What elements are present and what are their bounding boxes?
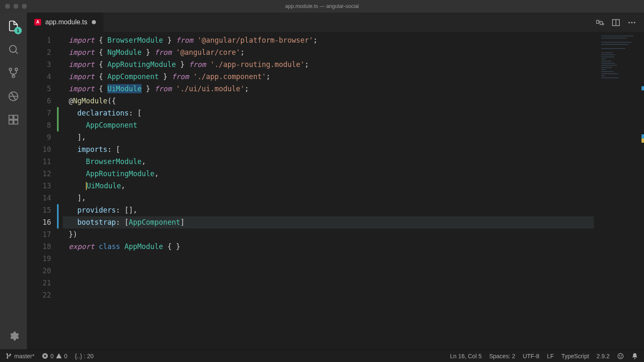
code-line[interactable]: import { AppRoutingModule } from './app-… (69, 59, 594, 71)
svg-rect-5 (9, 116, 13, 119)
line-number: 22 (27, 289, 63, 301)
status-bar: master* 0 0 {..} : 20 Ln 16, Col 5 Space… (0, 349, 644, 362)
more-actions-icon[interactable] (627, 18, 636, 26)
line-number: 18 (27, 241, 63, 253)
settings-gear-icon[interactable] (8, 330, 19, 342)
explorer-icon[interactable]: 1 (8, 20, 19, 32)
tab-bar: A app.module.ts (27, 13, 644, 32)
svg-point-12 (628, 22, 630, 23)
svg-point-17 (619, 355, 620, 355)
editor-actions (595, 13, 644, 32)
code-line[interactable]: imports: [ (69, 144, 594, 156)
activity-bar: 1 (0, 13, 27, 349)
gutter-change-marker (57, 107, 59, 131)
svg-rect-8 (14, 120, 18, 124)
code-line[interactable]: bootstrap: [AppComponent] (69, 216, 594, 228)
code-line[interactable]: ], (69, 131, 594, 144)
tab-dirty-indicator-icon (92, 20, 96, 24)
code-line[interactable]: import { AppComponent } from './app.comp… (69, 71, 594, 83)
code-line[interactable]: UiModule, (69, 180, 594, 192)
line-gutter: 12345678910111213141516171819202122 (27, 34, 63, 301)
eol[interactable]: LF (547, 353, 553, 359)
titlebar: app.module.ts — angular-social (0, 0, 644, 13)
line-number: 19 (27, 253, 63, 265)
svg-point-18 (621, 355, 622, 355)
svg-point-14 (634, 22, 636, 23)
line-number: 14 (27, 192, 63, 204)
indentation[interactable]: Spaces: 2 (489, 353, 515, 359)
code-line[interactable]: ], (69, 192, 594, 204)
feedback-icon[interactable] (617, 353, 624, 359)
editor[interactable]: 12345678910111213141516171819202122 impo… (27, 32, 644, 349)
minimize-window-icon[interactable] (13, 4, 18, 9)
line-number: 5 (27, 83, 63, 95)
code-line[interactable]: AppComponent (69, 119, 594, 131)
svg-point-3 (12, 75, 15, 77)
source-control-icon[interactable] (8, 67, 19, 79)
line-number: 13 (27, 180, 63, 192)
code-line[interactable]: AppRoutingModule, (69, 168, 594, 180)
svg-rect-10 (600, 21, 603, 24)
code-line[interactable]: @NgModule({ (69, 95, 594, 107)
warning-count: 0 (64, 353, 67, 359)
code-line[interactable]: import { UiModule } from './ui/ui.module… (69, 83, 594, 95)
code-line[interactable]: export class AppModule { } (69, 241, 594, 253)
line-number: 10 (27, 144, 63, 156)
tab-app-module[interactable]: A app.module.ts (27, 13, 103, 32)
svg-point-13 (631, 22, 633, 23)
error-count: 0 (50, 353, 54, 359)
svg-point-0 (10, 46, 16, 52)
line-number: 11 (27, 156, 63, 168)
problems[interactable]: 0 0 (42, 353, 67, 359)
bracket-info[interactable]: {..} : 20 (75, 353, 93, 359)
ts-version[interactable]: 2.9.2 (597, 353, 610, 359)
line-number: 9 (27, 131, 63, 144)
window-title: app.module.ts — angular-social (285, 3, 359, 9)
tab-filename: app.module.ts (45, 18, 88, 26)
code-line[interactable]: providers: [], (69, 204, 594, 216)
code-line[interactable]: import { BrowserModule } from '@angular/… (69, 34, 594, 46)
code-line[interactable]: }) (69, 228, 594, 241)
debug-icon[interactable] (8, 90, 19, 102)
encoding[interactable]: UTF-8 (523, 353, 540, 359)
line-number: 20 (27, 265, 63, 277)
svg-point-1 (9, 68, 12, 71)
gutter-change-marker (57, 204, 59, 228)
compare-changes-icon[interactable] (595, 18, 604, 26)
svg-point-2 (15, 68, 18, 71)
extensions-icon[interactable] (8, 114, 19, 126)
line-number: 17 (27, 228, 63, 241)
minimap[interactable] (598, 32, 644, 349)
branch-name: master* (14, 353, 34, 359)
line-number: 2 (27, 46, 63, 59)
svg-rect-7 (9, 120, 13, 124)
search-icon[interactable] (8, 44, 19, 55)
cursor-position[interactable]: Ln 16, Col 5 (450, 353, 482, 359)
line-number: 12 (27, 168, 63, 180)
maximize-window-icon[interactable] (22, 4, 27, 9)
line-number: 6 (27, 95, 63, 107)
line-number: 3 (27, 59, 63, 71)
git-branch[interactable]: master* (6, 353, 34, 359)
line-number: 1 (27, 34, 63, 46)
window-controls[interactable] (0, 4, 27, 9)
line-number: 21 (27, 277, 63, 289)
code-line[interactable]: BrowserModule, (69, 156, 594, 168)
code-line[interactable]: import { NgModule } from '@angular/core'… (69, 46, 594, 59)
svg-rect-6 (14, 116, 18, 119)
language-mode[interactable]: TypeScript (561, 353, 589, 359)
code-line[interactable]: declarations: [ (69, 107, 594, 119)
explorer-badge: 1 (14, 27, 22, 34)
notifications-bell-icon[interactable] (631, 353, 638, 359)
svg-rect-9 (597, 21, 599, 23)
angular-filetype-icon: A (34, 19, 41, 26)
code-area[interactable]: import { BrowserModule } from '@angular/… (69, 34, 594, 253)
svg-point-16 (618, 353, 623, 359)
close-window-icon[interactable] (5, 4, 10, 9)
split-editor-icon[interactable] (611, 18, 620, 26)
line-number: 4 (27, 71, 63, 83)
